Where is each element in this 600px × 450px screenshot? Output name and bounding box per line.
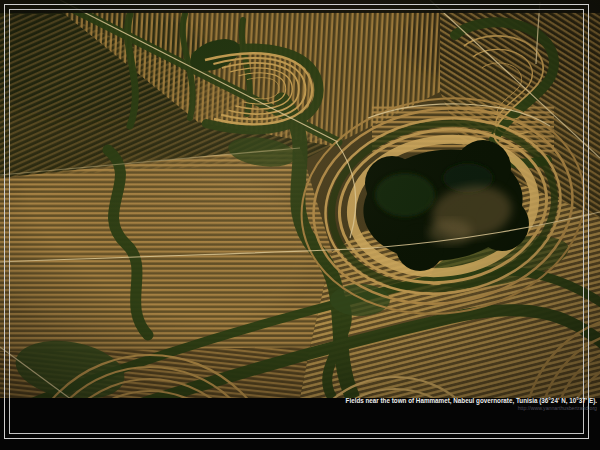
credit-url: http://www.yannarthusbertrand.org	[177, 405, 597, 411]
wallpaper-stage: Fields near the town of Hammamet, Nabeul…	[0, 0, 600, 450]
photo-caption: Fields near the town of Hammamet, Nabeul…	[177, 397, 597, 411]
caption-text: Fields near the town of Hammamet, Nabeul…	[177, 397, 597, 405]
aerial-photo	[0, 0, 600, 450]
field-patterns	[0, 0, 600, 450]
